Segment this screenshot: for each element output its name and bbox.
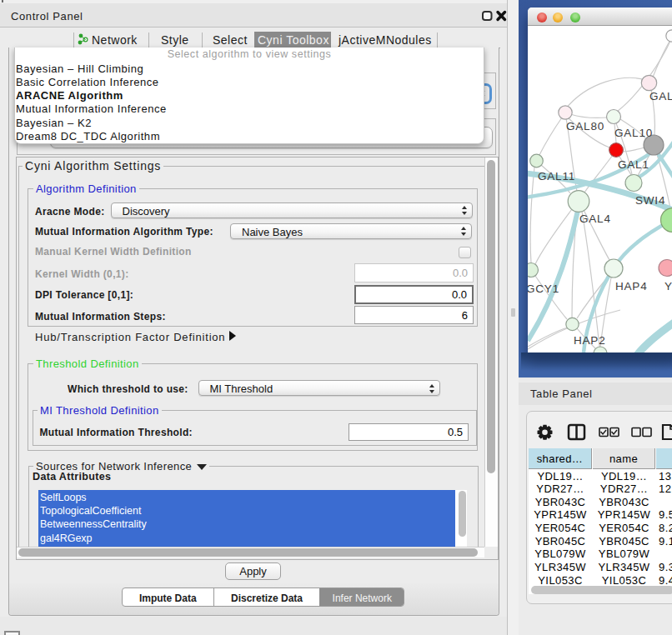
- svg-text:GCY1: GCY1: [528, 282, 559, 295]
- svg-text:SWI4: SWI4: [635, 194, 665, 207]
- svg-text:HAP4: HAP4: [615, 280, 647, 292]
- svg-text:GAL11: GAL11: [538, 170, 575, 182]
- svg-text:Y: Y: [664, 280, 672, 292]
- svg-text:GAL4: GAL4: [579, 212, 611, 225]
- svg-text:GAL: GAL: [649, 90, 672, 102]
- svg-text:GAL1: GAL1: [618, 158, 649, 171]
- svg-text:GAL80: GAL80: [566, 120, 604, 132]
- svg-text:GAL10: GAL10: [614, 127, 653, 139]
- svg-text:HAP2: HAP2: [574, 334, 605, 347]
